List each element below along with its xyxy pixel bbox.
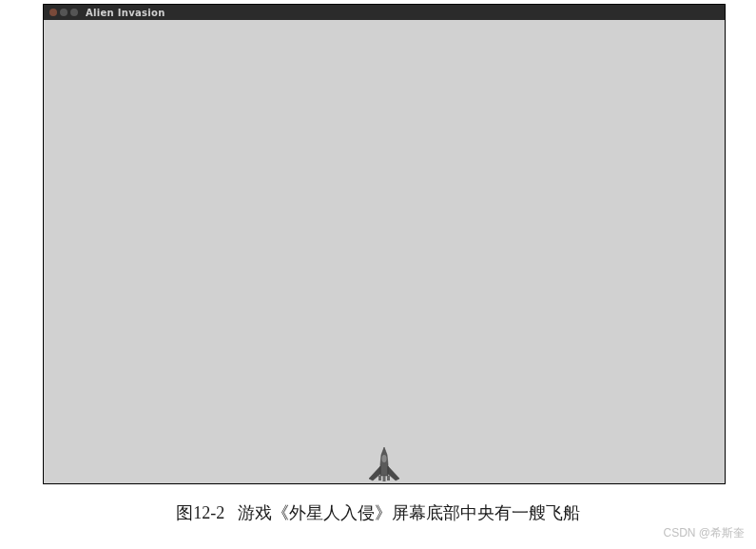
svg-rect-1 (378, 476, 381, 480)
minimize-button-icon[interactable] (60, 9, 68, 16)
window-title: Alien Invasion (86, 8, 165, 18)
game-area (44, 20, 725, 483)
caption-label: 图12-2 (176, 503, 224, 522)
watermark: CSDN @希斯奎 (663, 525, 745, 541)
svg-rect-3 (383, 476, 386, 481)
close-button-icon[interactable] (49, 9, 57, 16)
caption-text: 游戏《外星人入侵》屏幕底部中央有一艘飞船 (238, 503, 580, 522)
window-buttons (49, 9, 78, 16)
maximize-button-icon[interactable] (70, 9, 78, 16)
game-window: Alien Invasion (43, 4, 726, 484)
window-titlebar: Alien Invasion (44, 5, 725, 20)
player-ship-icon (365, 445, 403, 483)
svg-point-0 (382, 455, 387, 462)
figure-caption: 图12-2 游戏《外星人入侵》屏幕底部中央有一艘飞船 (0, 501, 756, 524)
svg-rect-2 (387, 476, 390, 480)
